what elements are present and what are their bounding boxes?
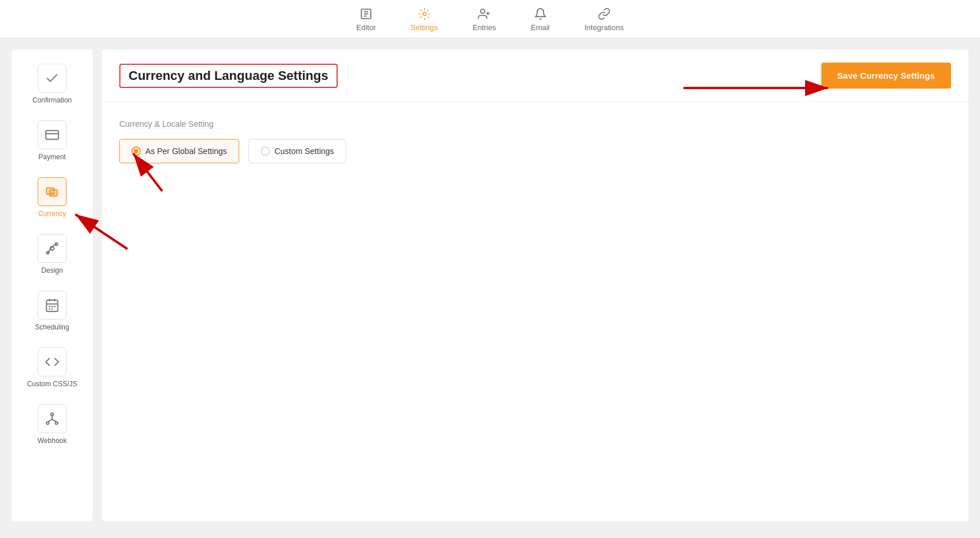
design-icon-box xyxy=(38,234,67,263)
sidebar: Confirmation Payment $ Currency xyxy=(12,50,93,521)
section-label: Currency & Locale Setting xyxy=(119,119,951,129)
radio-label-global: As Per Global Settings xyxy=(145,147,227,156)
main-wrapper: Confirmation Payment $ Currency xyxy=(0,38,980,533)
nav-item-editor[interactable]: Editor xyxy=(356,7,376,32)
sidebar-item-confirmation[interactable]: Confirmation xyxy=(12,56,93,112)
radio-circle-global xyxy=(131,147,141,156)
page-title: Currency and Language Settings xyxy=(129,68,328,83)
currency-label: Currency xyxy=(38,210,67,218)
editor-icon xyxy=(359,7,373,21)
scheduling-icon xyxy=(45,298,60,313)
radio-option-custom[interactable]: Custom Settings xyxy=(248,139,346,163)
custom-css-js-icon-box xyxy=(38,347,67,376)
top-nav: Editor Settings Entries Em xyxy=(0,0,980,38)
webhook-icon-box xyxy=(38,404,67,433)
svg-line-35 xyxy=(47,419,52,422)
settings-label: Settings xyxy=(411,23,438,32)
radio-label-custom: Custom Settings xyxy=(275,147,334,156)
svg-point-32 xyxy=(46,422,49,424)
svg-point-31 xyxy=(51,413,53,415)
save-currency-settings-button[interactable]: Save Currency Settings xyxy=(821,63,951,89)
integrations-icon xyxy=(597,7,611,21)
content-area: Currency and Language Settings Save Curr… xyxy=(102,50,968,521)
content-body: Currency & Locale Setting As Per Global … xyxy=(102,102,968,181)
integrations-label: Integrations xyxy=(584,23,624,32)
sidebar-item-currency[interactable]: $ Currency xyxy=(12,169,93,226)
sidebar-item-custom-css-js[interactable]: Custom CSS/JS xyxy=(12,339,93,396)
webhook-label: Webhook xyxy=(38,437,67,445)
confirmation-icon xyxy=(45,71,60,86)
radio-option-global[interactable]: As Per Global Settings xyxy=(119,139,239,163)
webhook-icon xyxy=(45,411,60,426)
custom-css-js-icon xyxy=(45,354,60,369)
email-icon xyxy=(533,7,547,21)
content-title-box: Currency and Language Settings xyxy=(119,64,338,88)
svg-point-11 xyxy=(481,9,485,13)
entries-label: Entries xyxy=(473,23,496,32)
settings-icon xyxy=(418,7,432,21)
payment-icon xyxy=(45,127,60,142)
payment-label: Payment xyxy=(38,153,65,161)
design-icon xyxy=(45,241,60,256)
scheduling-icon-box xyxy=(38,291,67,320)
content-header: Currency and Language Settings Save Curr… xyxy=(102,50,968,102)
svg-rect-14 xyxy=(46,130,58,139)
custom-css-js-label: Custom CSS/JS xyxy=(27,380,78,388)
payment-icon-box xyxy=(38,120,67,149)
svg-point-33 xyxy=(55,422,57,424)
sidebar-item-scheduling[interactable]: Scheduling xyxy=(12,283,93,339)
svg-point-10 xyxy=(423,12,426,16)
svg-line-36 xyxy=(52,419,57,422)
currency-icon: $ xyxy=(45,184,60,199)
radio-circle-custom xyxy=(261,147,270,156)
sidebar-item-payment[interactable]: Payment xyxy=(12,112,93,169)
entries-icon xyxy=(477,7,491,21)
design-label: Design xyxy=(41,266,63,275)
currency-icon-box: $ xyxy=(38,177,67,206)
nav-item-entries[interactable]: Entries xyxy=(473,7,496,32)
confirmation-icon-box xyxy=(38,64,67,93)
sidebar-item-design[interactable]: Design xyxy=(12,226,93,283)
nav-item-settings[interactable]: Settings xyxy=(411,7,438,32)
nav-item-email[interactable]: Email xyxy=(531,7,550,32)
editor-label: Editor xyxy=(356,23,376,32)
radio-group: As Per Global Settings Custom Settings xyxy=(119,139,951,163)
scheduling-label: Scheduling xyxy=(35,323,69,331)
email-label: Email xyxy=(531,23,550,32)
nav-item-integrations[interactable]: Integrations xyxy=(584,7,624,32)
confirmation-label: Confirmation xyxy=(32,96,72,104)
sidebar-item-webhook[interactable]: Webhook xyxy=(12,396,93,453)
